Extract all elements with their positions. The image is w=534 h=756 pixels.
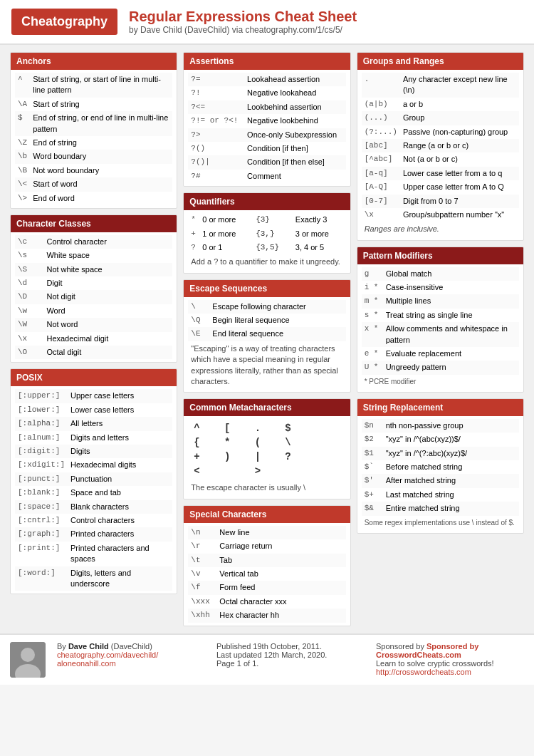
table-row: \BNot word boundary: [15, 164, 172, 177]
table-row: .Any character except new line (\n): [362, 73, 519, 98]
table-row: gGlobal match: [362, 267, 519, 281]
escape-seq-header: Escape Sequences: [184, 280, 350, 297]
char-classes-body: \cControl character \sWhite space \SNot …: [11, 232, 177, 363]
table-row: $nnth non-passive group: [362, 419, 519, 433]
meta-char: <: [191, 464, 221, 478]
meta-char: {: [191, 435, 221, 450]
anchors-header: Anchors: [11, 53, 177, 70]
col-3: Groups and Ranges .Any character except …: [357, 52, 524, 626]
quantifiers-header: Quantifiers: [184, 193, 350, 210]
table-row: x *Allow comments and whitespace in patt…: [362, 322, 519, 347]
meta-char: \: [282, 435, 313, 450]
posix-table: [:upper:]Upper case letters [:lower:]Low…: [15, 389, 172, 591]
pattern-mod-table: gGlobal match i *Case-insensitive m *Mul…: [362, 267, 519, 375]
escape-seq-section: Escape Sequences \Escape following chara…: [183, 279, 350, 393]
table-row: \>End of word: [15, 192, 172, 205]
author-link-1[interactable]: cheatography.com/davechild/: [57, 651, 158, 659]
meta-char: ^: [191, 421, 221, 435]
table-row: \xhhHex character hh: [188, 609, 345, 622]
groups-ranges-table: .Any character except new line (\n) (a|b…: [362, 73, 519, 222]
table-row: \WNot word: [15, 318, 172, 331]
escape-seq-table: \Escape following character \QBegin lite…: [188, 300, 345, 341]
svg-point-1: [21, 648, 35, 662]
table-row: \dDigit: [15, 276, 172, 290]
common-meta-section: Common Metacharacters ^ [ . $ { * ( \ + …: [183, 398, 350, 499]
footer-author-col: By Dave Child (DaveChild) cheatography.c…: [57, 642, 205, 668]
posix-body: [:upper:]Upper case letters [:lower:]Low…: [11, 386, 177, 594]
table-row: $&Entire matched string: [362, 502, 519, 515]
table-row: \DNot digit: [15, 290, 172, 304]
table-row: \sWhite space: [15, 249, 172, 262]
author-link-2[interactable]: aloneonahill.com: [57, 659, 116, 668]
posix-header: POSIX: [11, 369, 177, 386]
published-date: Published 19th October, 2011.: [216, 642, 365, 651]
sponsor-link[interactable]: Sponsored by CrosswordCheats.com: [376, 642, 478, 659]
groups-ranges-note: Ranges are inclusive.: [362, 222, 519, 237]
assertions-section: Assertions ?=Lookahead assertion ?!Negat…: [183, 52, 350, 187]
logo: Cheatography: [11, 9, 117, 35]
meta-char: ): [221, 450, 252, 464]
string-replace-section: String Replacement $nnth non-passive gro…: [357, 398, 524, 534]
special-chars-table: \nNew line \rCarriage return \tTab \vVer…: [188, 526, 345, 623]
common-meta-body: ^ [ . $ { * ( \ + ) | ? <: [184, 416, 350, 498]
table-row: [abc]Range (a or b or c): [362, 139, 519, 152]
col-1: Anchors ^Start of string, or start of li…: [10, 52, 177, 626]
escape-seq-body: \Escape following character \QBegin lite…: [184, 297, 350, 393]
char-classes-section: Character Classes \cControl character \s…: [10, 214, 177, 363]
groups-ranges-header: Groups and Ranges: [357, 53, 523, 70]
table-row: $`Before matched string: [362, 460, 519, 474]
assertions-header: Assertions: [184, 53, 350, 70]
author-name: Dave Child: [68, 642, 109, 651]
table-row: \xHexadecimal digit: [15, 332, 172, 346]
updated-date: Last updated 12th March, 2020.: [216, 651, 365, 659]
string-replace-note: Some regex implementations use \ instead…: [362, 516, 519, 530]
header-title: Regular Expressions Cheat Sheet by Dave …: [129, 9, 357, 35]
footer: By Dave Child (DaveChild) cheatography.c…: [0, 633, 534, 685]
meta-char: ?: [282, 450, 313, 464]
special-chars-body: \nNew line \rCarriage return \tTab \vVer…: [184, 523, 350, 626]
table-row: U *Ungreedy pattern: [362, 361, 519, 374]
table-row: (?:...)Passive (non-capturing) group: [362, 125, 519, 139]
table-row: \AStart of string: [15, 98, 172, 111]
table-row: [:cntrl:]Control characters: [15, 514, 172, 527]
table-row: \<Start of word: [15, 177, 172, 191]
table-row: (...)Group: [362, 111, 519, 125]
table-row: (a|b)a or b: [362, 98, 519, 111]
sponsor-url[interactable]: http://crosswordcheats.com: [376, 668, 471, 676]
table-row: \OOctal digit: [15, 346, 172, 359]
table-row: $+Last matched string: [362, 488, 519, 502]
table-row: [:word:]Digits, letters and underscore: [15, 566, 172, 591]
table-row: $'After matched string: [362, 474, 519, 487]
pattern-mod-section: Pattern Modifiers gGlobal match i *Case-…: [357, 247, 524, 393]
meta-char: |: [252, 450, 283, 464]
page-subtitle: by Dave Child (DaveChild) via cheatograp…: [129, 25, 357, 35]
table-row: [:graph:]Printed characters: [15, 527, 172, 541]
meta-char: *: [221, 435, 252, 450]
table-row: $End of string, or end of line in multi-…: [15, 111, 172, 136]
table-row: ?>Once-only Subexpression: [188, 128, 345, 142]
char-classes-table: \cControl character \sWhite space \SNot …: [15, 235, 172, 360]
assertions-table: ?=Lookahead assertion ?!Negative lookahe…: [188, 73, 345, 183]
table-row: + 1 or more {3,} 3 or more: [188, 227, 345, 241]
anchors-table: ^Start of string, or start of line in mu…: [15, 73, 172, 205]
table-row: \vVertical tab: [188, 567, 345, 581]
author-avatar: [10, 642, 46, 678]
string-replace-body: $nnth non-passive group $2"xyz" in /^(ab…: [357, 416, 523, 533]
meta-char: (: [252, 435, 283, 450]
page-title: Regular Expressions Cheat Sheet: [129, 9, 357, 25]
table-row: m *Multiple lines: [362, 294, 519, 308]
meta-char: [: [221, 421, 252, 435]
common-meta-header: Common Metacharacters: [184, 399, 350, 416]
meta-char: .: [252, 421, 283, 435]
meta-char: $: [282, 421, 313, 435]
meta-char: +: [191, 450, 221, 464]
table-row: \rCarriage return: [188, 539, 345, 553]
table-row: \Escape following character: [188, 300, 345, 314]
table-row: \fForm feed: [188, 581, 345, 594]
footer-sponsor-col: Sponsored by Sponsored by CrosswordCheat…: [376, 642, 524, 676]
sponsor-desc: Learn to solve cryptic crosswords!: [376, 659, 524, 668]
page-num: Page 1 of 1.: [216, 659, 365, 668]
groups-ranges-section: Groups and Ranges .Any character except …: [357, 52, 524, 241]
pattern-mod-header: Pattern Modifiers: [357, 247, 523, 264]
table-row: * 0 or more {3} Exactly 3: [188, 213, 345, 227]
